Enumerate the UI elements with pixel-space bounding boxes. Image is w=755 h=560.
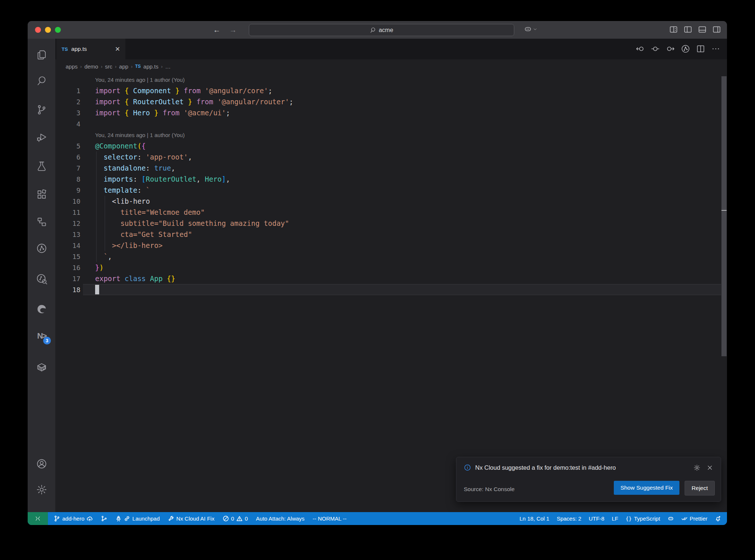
activity-commit-search[interactable] (35, 272, 48, 286)
code-line[interactable]: ></lib-hero> (95, 241, 163, 249)
nav-back-icon[interactable] (636, 44, 645, 53)
wrench-icon (168, 515, 174, 522)
codelens-annotation[interactable]: You, 24 minutes ago | 1 author (You) (95, 77, 185, 83)
activity-run-debug[interactable] (35, 130, 48, 144)
status-git-branch[interactable]: add-hero (54, 515, 93, 522)
code-line[interactable]: @Component({ (95, 142, 146, 150)
breadcrumb-item[interactable]: app (119, 63, 128, 70)
breadcrumb-item[interactable]: src (105, 63, 112, 70)
reject-button[interactable]: Reject (685, 481, 715, 496)
title-bar: ← → acme (28, 21, 727, 39)
code-line[interactable]: standalone: true, (95, 164, 175, 172)
scrollbar-thumb[interactable] (721, 76, 727, 356)
more-actions-icon[interactable] (711, 44, 720, 53)
nav-current-icon[interactable] (651, 44, 660, 53)
status-label: add-hero (62, 515, 84, 522)
code-editor[interactable]: You, 24 minutes ago | 1 author (You)1imp… (55, 73, 721, 512)
activity-explorer[interactable] (35, 48, 48, 62)
navigate-forward-button[interactable]: → (227, 25, 239, 35)
minimize-window-button[interactable] (45, 27, 51, 33)
breadcrumb-item[interactable]: … (165, 63, 171, 70)
tab-app-ts[interactable]: TS app.ts ✕ (56, 39, 125, 59)
line-number: 4 (55, 120, 80, 128)
breadcrumb-item[interactable]: app.ts (143, 63, 159, 70)
breadcrumb: apps›demo›src›app›TSapp.ts›… (55, 59, 727, 73)
activity-settings[interactable] (35, 483, 48, 496)
nav-forward-icon[interactable] (666, 44, 675, 53)
activity-edge-tools[interactable] (35, 302, 48, 316)
status-label: LF (612, 515, 618, 522)
editor-tab-bar: TS app.ts ✕ (55, 39, 727, 59)
notification-close-icon[interactable] (706, 464, 713, 471)
activity-containers[interactable] (35, 361, 48, 374)
activity-nx-console[interactable]: N>3 (35, 329, 48, 343)
breadcrumb-item[interactable]: apps (66, 63, 78, 70)
code-line[interactable]: selector: 'app-root', (95, 153, 192, 161)
breadcrumb-item[interactable]: demo (84, 63, 98, 70)
activity-testing[interactable] (35, 160, 48, 173)
search-icon (370, 27, 376, 33)
toggle-panel-left-icon[interactable] (683, 25, 692, 34)
navigate-back-button[interactable]: ← (211, 25, 222, 35)
code-line[interactable]: cta="Get Started" (95, 230, 192, 238)
activity-git-graph[interactable] (35, 242, 48, 255)
status-formatter[interactable]: Prettier (681, 515, 707, 522)
cloud-upload-icon (87, 515, 93, 522)
line-number: 14 (55, 242, 80, 249)
editor-scrollbar[interactable] (721, 73, 727, 512)
copilot-menu[interactable] (524, 25, 537, 33)
toggle-panel-bottom-icon[interactable] (698, 25, 707, 34)
code-line[interactable]: }) (95, 263, 104, 272)
notification-settings-icon[interactable] (693, 464, 700, 471)
status-launchpad[interactable]: Launchpad (115, 515, 160, 522)
zoom-window-button[interactable] (55, 27, 61, 33)
account-icon (36, 458, 47, 469)
codelens-annotation[interactable]: You, 24 minutes ago | 1 author (You) (95, 132, 185, 138)
breadcrumb-separator-icon: › (131, 64, 132, 69)
info-icon (464, 464, 471, 471)
split-editor-icon[interactable] (696, 44, 705, 53)
activity-extensions[interactable] (35, 188, 48, 201)
close-tab-icon[interactable]: ✕ (115, 45, 120, 53)
status-eol[interactable]: LF (612, 515, 618, 522)
window-controls (35, 27, 61, 33)
status-copilot-status[interactable] (668, 515, 674, 522)
status-label: UTF-8 (589, 515, 605, 522)
status-git-graph-status[interactable] (101, 515, 107, 522)
code-line[interactable]: `, (95, 252, 112, 260)
status-cursor-position[interactable]: Ln 18, Col 1 (519, 515, 549, 522)
show-suggested-fix-button[interactable]: Show Suggested Fix (614, 481, 679, 495)
status-notifications-bell[interactable] (715, 515, 721, 522)
status-auto-attach[interactable]: Auto Attach: Always (256, 515, 305, 522)
toggle-panel-right-icon[interactable] (712, 25, 721, 34)
code-line[interactable]: imports: [RouterOutlet, Hero], (95, 175, 230, 183)
run-debug-icon (36, 132, 47, 143)
activity-account[interactable] (35, 457, 48, 470)
activity-search[interactable] (35, 74, 48, 87)
status-language-mode[interactable]: {}TypeScript (626, 515, 660, 522)
git-graph-icon[interactable] (681, 44, 690, 53)
status-indentation[interactable]: Spaces: 2 (557, 515, 581, 522)
code-line[interactable]: subtitle="Build something amazing today" (95, 219, 289, 227)
line-number: 8 (55, 175, 80, 183)
current-line-highlight (83, 284, 721, 295)
activity-hierarchy[interactable] (35, 215, 48, 228)
code-line[interactable]: import { Hero } from '@acme/ui'; (95, 109, 230, 117)
status-label: Prettier (690, 515, 707, 522)
search-value: acme (379, 27, 393, 34)
customize-layout-icon[interactable] (669, 25, 678, 34)
status-vim-mode[interactable]: -- NORMAL -- (313, 515, 347, 522)
code-line[interactable]: title="Welcmoe demo" (95, 208, 205, 216)
command-center-search[interactable]: acme (249, 24, 514, 36)
status-problems[interactable]: 00 (223, 515, 248, 522)
code-line[interactable]: <lib-hero (95, 197, 150, 205)
status-nx-cloud-ai-fix[interactable]: Nx Cloud AI Fix (168, 515, 214, 522)
status-encoding[interactable]: UTF-8 (589, 515, 605, 522)
activity-source-control[interactable] (35, 103, 48, 116)
code-line[interactable]: import { Component } from '@angular/core… (95, 87, 272, 95)
close-window-button[interactable] (35, 27, 41, 33)
code-line[interactable]: template: ` (95, 186, 150, 194)
remote-indicator[interactable] (28, 512, 48, 525)
code-line[interactable]: import { RouterOutlet } from '@angular/r… (95, 98, 293, 106)
code-line[interactable]: export class App {} (95, 274, 175, 283)
